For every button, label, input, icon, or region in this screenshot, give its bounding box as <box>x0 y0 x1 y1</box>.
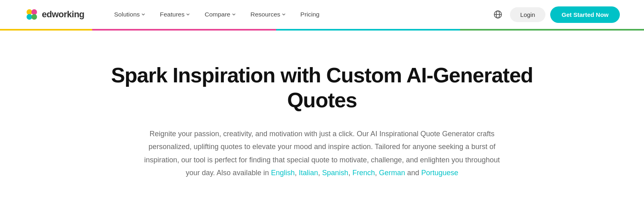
nav-solutions[interactable]: Solutions <box>109 8 151 21</box>
color-bar-blue <box>276 29 460 31</box>
color-bar-yellow <box>0 29 92 31</box>
logo-icon <box>24 7 39 22</box>
hero-title: Spark Inspiration with Custom AI-Generat… <box>80 63 564 113</box>
svg-point-3 <box>31 14 37 20</box>
nav-links: Solutions Features Compare Resources Pri… <box>109 8 491 21</box>
nav-features-label: Features <box>160 11 184 18</box>
nav-right: Login Get Started Now <box>491 6 620 23</box>
svg-point-0 <box>27 9 32 15</box>
nav-resources-label: Resources <box>250 11 280 18</box>
lang-english[interactable]: English <box>271 169 295 177</box>
navbar: edworking Solutions Features Compare Res… <box>0 0 644 29</box>
globe-icon[interactable] <box>491 7 505 22</box>
logo[interactable]: edworking <box>24 7 85 22</box>
svg-point-2 <box>27 14 32 20</box>
lang-spanish[interactable]: Spanish <box>322 169 348 177</box>
get-started-button[interactable]: Get Started Now <box>550 6 620 23</box>
color-bar <box>0 29 644 31</box>
logo-text: edworking <box>42 9 85 20</box>
lang-german[interactable]: German <box>379 169 405 177</box>
chevron-down-icon <box>232 12 236 16</box>
svg-point-1 <box>31 9 37 15</box>
color-bar-pink <box>92 29 276 31</box>
globe-svg <box>493 10 503 19</box>
lang-italian[interactable]: Italian <box>299 169 318 177</box>
lang-portuguese[interactable]: Portuguese <box>421 169 458 177</box>
nav-features[interactable]: Features <box>154 8 196 21</box>
hero-description: Reignite your passion, creativity, and m… <box>141 127 503 180</box>
nav-compare[interactable]: Compare <box>199 8 242 21</box>
chevron-down-icon <box>141 12 145 16</box>
nav-solutions-label: Solutions <box>114 11 140 18</box>
chevron-down-icon <box>282 12 286 16</box>
nav-pricing-label: Pricing <box>300 11 319 18</box>
chevron-down-icon <box>186 12 190 16</box>
nav-pricing[interactable]: Pricing <box>295 8 325 21</box>
login-button[interactable]: Login <box>510 7 546 22</box>
color-bar-green <box>460 29 644 31</box>
nav-resources[interactable]: Resources <box>245 8 291 21</box>
nav-compare-label: Compare <box>204 11 230 18</box>
hero-section: Spark Inspiration with Custom AI-Generat… <box>0 31 644 203</box>
lang-french[interactable]: French <box>352 169 375 177</box>
